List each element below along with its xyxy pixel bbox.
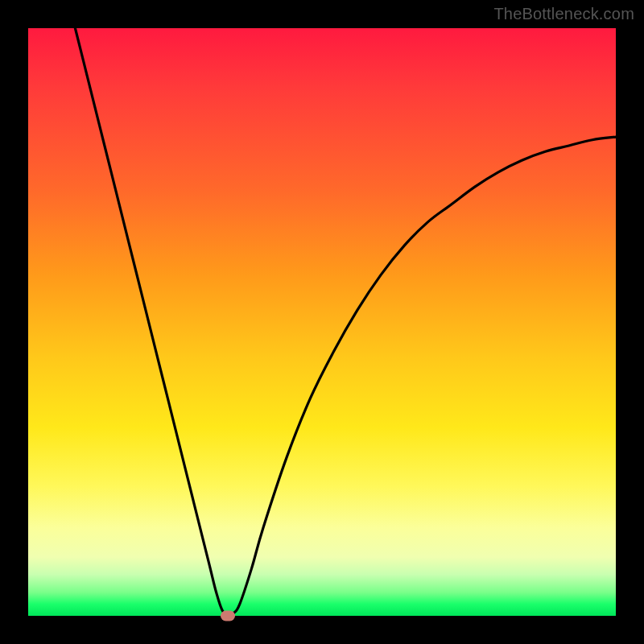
- watermark-text: TheBottleneck.com: [493, 5, 634, 23]
- bottleneck-curve-line: [75, 28, 616, 616]
- optimum-marker: [221, 611, 235, 621]
- plot-area: [28, 28, 616, 616]
- chart-frame: TheBottleneck.com: [0, 0, 644, 644]
- curve-svg: [28, 28, 616, 616]
